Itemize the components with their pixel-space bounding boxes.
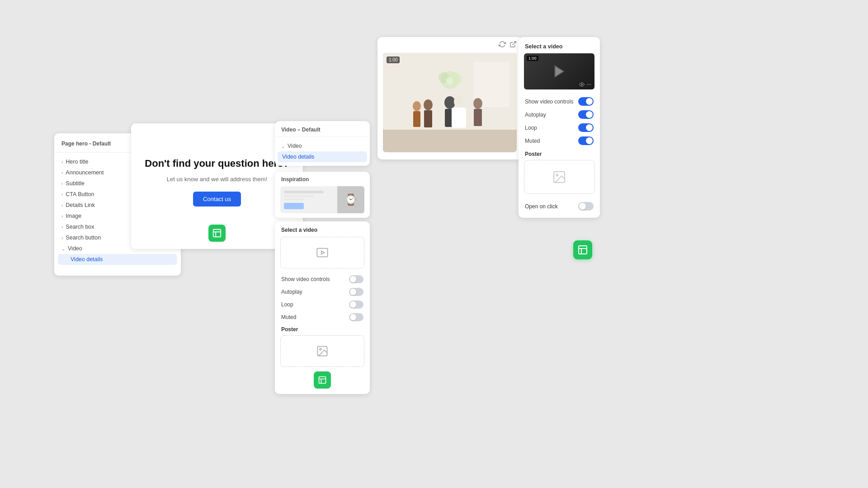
refresh-icon[interactable] bbox=[499, 41, 506, 49]
contact-us-button[interactable]: Contact us bbox=[193, 192, 241, 206]
video-upload-area[interactable] bbox=[280, 237, 364, 268]
rc-select-video-label: Select a video bbox=[519, 37, 600, 53]
video-tree: ⌄ Video Video details bbox=[275, 137, 370, 166]
svg-point-28 bbox=[589, 84, 590, 85]
rc-autoplay-row: Autoplay bbox=[519, 108, 600, 121]
show-video-controls-label: Show video controls bbox=[281, 276, 330, 282]
svg-point-29 bbox=[590, 84, 591, 85]
chevron-right-icon: › bbox=[61, 203, 63, 208]
svg-rect-21 bbox=[474, 109, 482, 126]
chevron-right-icon: › bbox=[61, 225, 63, 230]
svg-rect-6 bbox=[319, 377, 326, 384]
open-on-click-row: Open on click bbox=[519, 198, 600, 211]
chevron-right-icon: › bbox=[61, 192, 63, 197]
rc-muted-label: Muted bbox=[525, 138, 540, 144]
svg-point-30 bbox=[587, 84, 588, 85]
svg-rect-15 bbox=[452, 108, 466, 128]
hero-title: Don't find your question here? bbox=[145, 157, 289, 170]
chevron-right-icon: › bbox=[61, 214, 63, 219]
rc-show-video-controls-row: Show video controls bbox=[519, 95, 600, 108]
loop-row: Loop bbox=[275, 298, 370, 311]
green-badge-small[interactable] bbox=[208, 225, 226, 242]
svg-point-32 bbox=[556, 174, 558, 176]
tree-item-video-details[interactable]: Video details bbox=[58, 254, 177, 265]
rc-muted-row: Muted bbox=[519, 134, 600, 147]
video-tree-panel: Video – Default ⌄ Video Video details bbox=[275, 121, 370, 166]
big-video-panel: 1:00 bbox=[377, 37, 522, 160]
rc-loop-toggle[interactable] bbox=[578, 123, 594, 132]
select-video-label: Select a video bbox=[275, 221, 370, 237]
insp-sub-bar2 bbox=[284, 198, 304, 200]
rc-autoplay-toggle[interactable] bbox=[578, 110, 594, 119]
inspiration-panel: Inspiration ⌚ bbox=[275, 172, 370, 218]
poster-label: Poster bbox=[275, 324, 370, 335]
svg-point-14 bbox=[454, 96, 464, 108]
small-video-config-panel: Select a video Show video controls Autop… bbox=[275, 221, 370, 394]
small-green-badge[interactable] bbox=[314, 371, 331, 389]
svg-point-18 bbox=[413, 101, 421, 111]
rc-video-thumbnail[interactable]: 1:00 bbox=[524, 53, 594, 89]
external-link-icon[interactable] bbox=[509, 41, 517, 49]
svg-rect-1 bbox=[213, 229, 221, 237]
inspiration-text bbox=[280, 187, 337, 213]
chevron-right-icon: › bbox=[61, 170, 63, 175]
svg-point-5 bbox=[320, 348, 321, 350]
right-config-panel: Select a video 1:00 Show video controls … bbox=[519, 37, 600, 218]
rc-video-controls bbox=[579, 82, 592, 87]
rc-muted-toggle[interactable] bbox=[578, 136, 594, 145]
big-green-badge[interactable] bbox=[573, 240, 592, 259]
video-panel-header: Video – Default bbox=[275, 121, 370, 137]
svg-point-25 bbox=[446, 77, 453, 84]
chevron-down-icon: ⌄ bbox=[61, 246, 65, 251]
hero-subtitle: Let us know and we will address them! bbox=[145, 176, 289, 183]
svg-rect-19 bbox=[413, 111, 420, 127]
svg-point-16 bbox=[424, 99, 433, 110]
autoplay-toggle[interactable] bbox=[349, 288, 363, 296]
autoplay-row: Autoplay bbox=[275, 286, 370, 298]
video-tree-item-video[interactable]: ⌄ Video bbox=[275, 141, 370, 151]
muted-toggle[interactable] bbox=[349, 313, 363, 321]
loop-label: Loop bbox=[281, 301, 293, 308]
autoplay-label: Autoplay bbox=[281, 289, 302, 295]
video-timestamp: 1:00 bbox=[387, 56, 400, 63]
chevron-right-icon: › bbox=[61, 181, 63, 186]
svg-point-20 bbox=[473, 98, 482, 109]
svg-point-12 bbox=[444, 96, 455, 109]
poster-upload-area[interactable] bbox=[280, 335, 364, 367]
open-on-click-toggle[interactable] bbox=[578, 202, 594, 211]
rc-poster-upload-area[interactable] bbox=[524, 160, 594, 194]
small-green-badge-container bbox=[275, 371, 370, 389]
open-on-click-label: Open on click bbox=[525, 203, 558, 210]
inspiration-thumbnail: ⌚ bbox=[280, 186, 364, 213]
video-tree-item-details[interactable]: Video details bbox=[278, 151, 367, 162]
svg-line-7 bbox=[513, 42, 516, 45]
svg-marker-3 bbox=[321, 251, 325, 254]
inspiration-header: Inspiration bbox=[275, 172, 370, 186]
svg-rect-33 bbox=[579, 246, 587, 254]
svg-point-27 bbox=[581, 84, 583, 85]
rc-video-timestamp: 1:00 bbox=[527, 56, 538, 61]
svg-rect-2 bbox=[317, 249, 327, 257]
big-panel-toolbar bbox=[377, 37, 522, 53]
rc-poster-label: Poster bbox=[519, 147, 600, 160]
show-video-controls-row: Show video controls bbox=[275, 273, 370, 286]
muted-label: Muted bbox=[281, 314, 296, 320]
chevron-down-icon: ⌄ bbox=[281, 144, 285, 149]
rc-loop-row: Loop bbox=[519, 121, 600, 134]
svg-marker-26 bbox=[555, 66, 564, 77]
wedding-photo bbox=[383, 53, 517, 152]
chevron-right-icon: › bbox=[61, 235, 63, 240]
insp-tag bbox=[284, 203, 304, 209]
show-video-controls-toggle[interactable] bbox=[349, 275, 363, 283]
insp-sub-bar bbox=[284, 195, 314, 197]
chevron-right-icon: › bbox=[61, 160, 63, 164]
svg-rect-17 bbox=[424, 110, 432, 127]
rc-show-video-controls-toggle[interactable] bbox=[578, 97, 594, 106]
loop-toggle[interactable] bbox=[349, 300, 363, 309]
inspiration-image: ⌚ bbox=[337, 186, 364, 213]
svg-rect-9 bbox=[383, 130, 517, 152]
big-video-frame: 1:00 bbox=[383, 53, 517, 152]
rc-loop-label: Loop bbox=[525, 125, 537, 131]
rc-autoplay-label: Autoplay bbox=[525, 112, 546, 118]
muted-row: Muted bbox=[275, 311, 370, 324]
